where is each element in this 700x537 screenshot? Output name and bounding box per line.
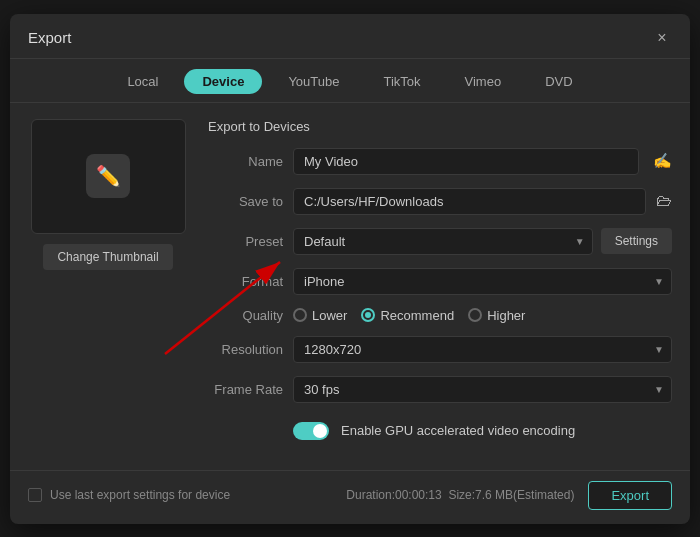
quality-row: Quality Lower Recommend Higher <box>208 308 672 323</box>
tab-local[interactable]: Local <box>109 69 176 94</box>
dialog-header: Export × <box>10 14 690 59</box>
thumbnail-icon: ✏️ <box>86 154 130 198</box>
main-content: ✏️ Change Thumbnail Export to Devices Na… <box>10 103 690 470</box>
gpu-toggle[interactable] <box>293 422 329 440</box>
preset-row: Preset Default ▼ Settings <box>208 228 672 255</box>
ai-icon[interactable]: ✍ <box>653 152 672 170</box>
framerate-select[interactable]: 30 fps <box>293 376 672 403</box>
folder-icon[interactable]: 🗁 <box>656 192 672 210</box>
saveto-label: Save to <box>208 194 283 209</box>
quality-higher-label: Higher <box>487 308 525 323</box>
duration-info: Duration:00:00:13 Size:7.6 MB(Estimated) <box>346 488 574 502</box>
saveto-row: Save to 🗁 <box>208 188 672 215</box>
thumbnail-preview: ✏️ <box>31 119 186 234</box>
quality-lower-radio[interactable] <box>293 308 307 322</box>
resolution-select[interactable]: 1280x720 <box>293 336 672 363</box>
quality-recommend-label: Recommend <box>380 308 454 323</box>
quality-higher[interactable]: Higher <box>468 308 525 323</box>
name-label: Name <box>208 154 283 169</box>
format-select-wrap: iPhone ▼ <box>293 268 672 295</box>
resolution-select-wrap: 1280x720 ▼ <box>293 336 672 363</box>
use-last-checkbox[interactable] <box>28 488 42 502</box>
framerate-row: Frame Rate 30 fps ▼ <box>208 376 672 403</box>
preset-label: Preset <box>208 234 283 249</box>
right-panel: Export to Devices Name ✍ Save to 🗁 Prese… <box>208 119 672 454</box>
quality-recommend[interactable]: Recommend <box>361 308 454 323</box>
tab-bar: Local Device YouTube TikTok Vimeo DVD <box>10 59 690 103</box>
quality-lower-label: Lower <box>312 308 347 323</box>
export-button[interactable]: Export <box>588 481 672 510</box>
gpu-toggle-row: Enable GPU accelerated video encoding <box>208 422 672 440</box>
preset-select[interactable]: Default <box>293 228 593 255</box>
resolution-row: Resolution 1280x720 ▼ <box>208 336 672 363</box>
format-row: Format iPhone ▼ <box>208 268 672 295</box>
quality-higher-radio[interactable] <box>468 308 482 322</box>
tab-device[interactable]: Device <box>184 69 262 94</box>
tab-youtube[interactable]: YouTube <box>270 69 357 94</box>
preset-select-wrap: Default ▼ <box>293 228 593 255</box>
tab-dvd[interactable]: DVD <box>527 69 590 94</box>
gpu-toggle-label: Enable GPU accelerated video encoding <box>341 423 575 438</box>
framerate-select-wrap: 30 fps ▼ <box>293 376 672 403</box>
quality-recommend-radio[interactable] <box>361 308 375 322</box>
left-panel: ✏️ Change Thumbnail <box>28 119 188 454</box>
footer-right: Duration:00:00:13 Size:7.6 MB(Estimated)… <box>346 481 672 510</box>
name-row: Name ✍ <box>208 148 672 175</box>
export-dialog: Export × Local Device YouTube TikTok Vim… <box>10 14 690 524</box>
framerate-label: Frame Rate <box>208 382 283 397</box>
quality-lower[interactable]: Lower <box>293 308 347 323</box>
tab-tiktok[interactable]: TikTok <box>365 69 438 94</box>
dialog-title: Export <box>28 29 71 46</box>
format-label: Format <box>208 274 283 289</box>
tab-vimeo[interactable]: Vimeo <box>447 69 520 94</box>
section-title: Export to Devices <box>208 119 672 134</box>
format-select[interactable]: iPhone <box>293 268 672 295</box>
quality-label: Quality <box>208 308 283 323</box>
use-last-label: Use last export settings for device <box>50 488 230 502</box>
close-button[interactable]: × <box>652 28 672 48</box>
saveto-input[interactable] <box>293 188 646 215</box>
dialog-footer: Use last export settings for device Dura… <box>10 470 690 524</box>
quality-radio-group: Lower Recommend Higher <box>293 308 525 323</box>
resolution-label: Resolution <box>208 342 283 357</box>
change-thumbnail-button[interactable]: Change Thumbnail <box>43 244 172 270</box>
use-last-settings: Use last export settings for device <box>28 488 230 502</box>
name-input[interactable] <box>293 148 639 175</box>
settings-button[interactable]: Settings <box>601 228 672 254</box>
